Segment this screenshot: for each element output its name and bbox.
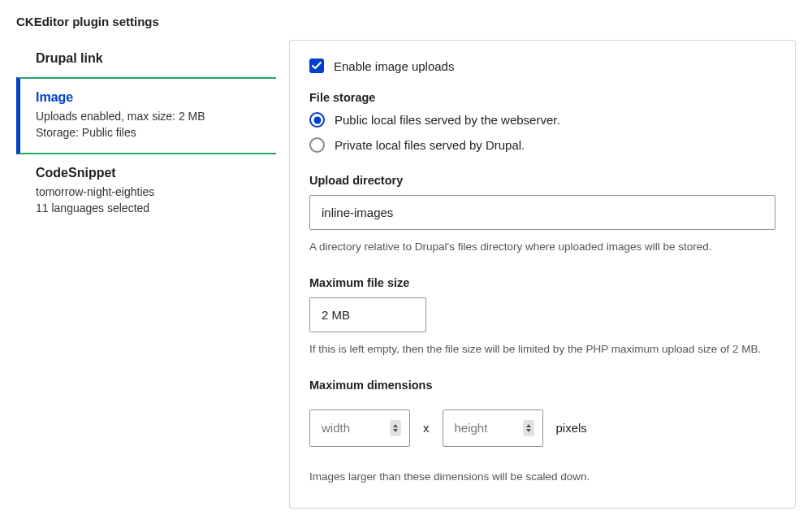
radio-public-files[interactable]: Public local files served by the webserv… — [309, 112, 775, 128]
radio-label: Public local files served by the webserv… — [335, 113, 560, 127]
max-dimensions-help: Images larger than these dimensions will… — [309, 470, 775, 485]
checkbox-label: Enable image uploads — [334, 59, 454, 73]
radio-label: Private local files served by Drupal. — [335, 138, 525, 152]
radio-selected-icon — [309, 112, 325, 128]
tab-summary: Uploads enabled, max size: 2 MBStorage: … — [36, 108, 260, 141]
upload-directory-label: Upload directory — [309, 174, 775, 187]
checkbox-checked-icon — [309, 58, 324, 73]
vertical-tabs: Drupal link Image Uploads enabled, max s… — [16, 40, 276, 228]
width-stepper[interactable] — [309, 410, 410, 447]
file-storage-legend: File storage — [309, 91, 775, 104]
tab-codesnippet[interactable]: CodeSnippet tomorrow-night-eighties11 la… — [16, 154, 276, 228]
tab-title: CodeSnippet — [36, 166, 260, 180]
max-file-size-help: If this is left empty, then the file siz… — [309, 342, 775, 358]
height-input[interactable] — [455, 421, 523, 435]
stepper-buttons-icon[interactable] — [390, 420, 401, 436]
upload-directory-input[interactable] — [309, 195, 775, 230]
stepper-buttons-icon[interactable] — [523, 420, 534, 436]
max-file-size-input[interactable] — [309, 297, 426, 332]
upload-directory-help: A directory relative to Drupal's files d… — [309, 240, 775, 255]
tab-image[interactable]: Image Uploads enabled, max size: 2 MBSto… — [16, 77, 276, 154]
width-input[interactable] — [322, 421, 390, 435]
page-title: CKEditor plugin settings — [16, 15, 796, 28]
dimensions-unit: pixels — [556, 421, 587, 435]
radio-private-files[interactable]: Private local files served by Drupal. — [309, 137, 775, 153]
tab-title: Drupal link — [36, 51, 260, 66]
max-file-size-label: Maximum file size — [309, 276, 775, 289]
height-stepper[interactable] — [443, 410, 543, 447]
tab-summary: tomorrow-night-eighties11 languages sele… — [36, 184, 260, 217]
tab-title: Image — [36, 90, 260, 105]
dimensions-separator: x — [423, 421, 430, 435]
radio-unselected-icon — [309, 137, 325, 153]
max-dimensions-label: Maximum dimensions — [309, 379, 775, 392]
settings-panel: Enable image uploads File storage Public… — [289, 40, 796, 509]
tab-drupal-link[interactable]: Drupal link — [16, 40, 276, 77]
enable-image-uploads-checkbox[interactable]: Enable image uploads — [309, 58, 775, 73]
